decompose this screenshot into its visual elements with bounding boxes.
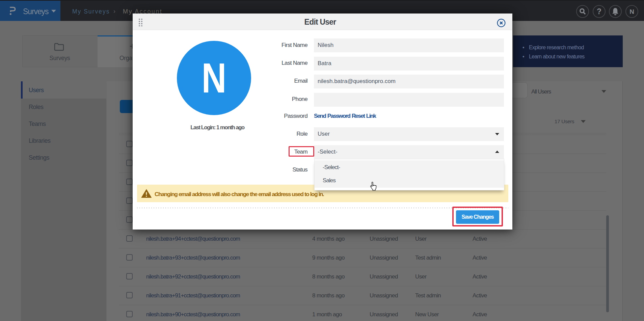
svg-text:?: ? [597,7,601,16]
svg-text:N: N [629,8,634,15]
